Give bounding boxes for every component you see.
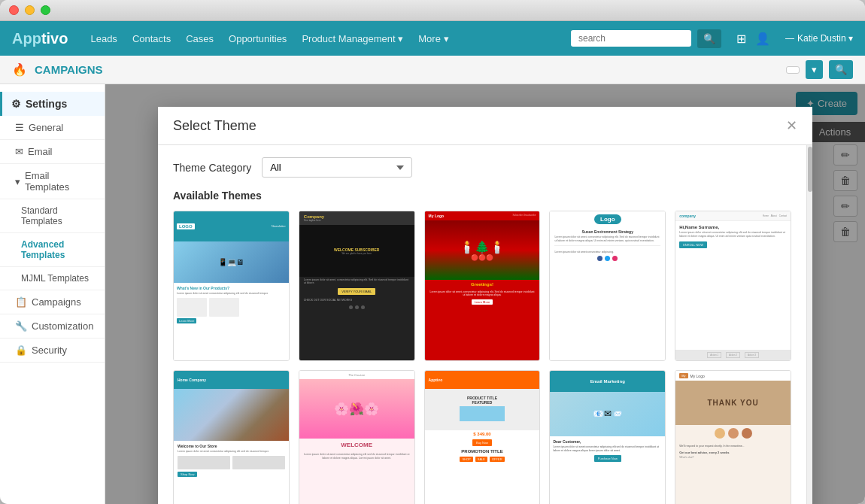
nav-opportunities[interactable]: Opportunities [229, 33, 287, 44]
theme-preview-1: LOGO Newsletter 📱💻🖥 What's New in Our Pr… [174, 211, 289, 360]
nav-cases[interactable]: Cases [186, 33, 214, 44]
theme-preview-10: My My Logo THANK YOU [675, 371, 791, 504]
close-button[interactable] [9, 5, 19, 15]
theme-preview-5: company Home About Contact [675, 211, 791, 360]
brand-logo: Apptivo [12, 30, 68, 47]
chevron-down-icon: ▾ [15, 176, 20, 187]
wrench-icon: 🔧 [15, 320, 27, 332]
nav-icons: ⊞ 👤 [736, 32, 770, 46]
campaigns-flame-icon: 🔥 [12, 62, 27, 77]
sidebar-item-mjml-templates[interactable]: MJML Templates [0, 267, 105, 290]
theme-card-4[interactable]: Logo Susan Environment Strategy Lorem ip… [549, 211, 666, 361]
theme-card-8[interactable]: Apptivo PRODUCT TITLEFEATURED [424, 370, 541, 504]
grid-icon[interactable]: ⊞ [736, 32, 746, 46]
search-button[interactable]: 🔍 [697, 29, 721, 48]
campaigns-dropdown[interactable] [786, 66, 800, 74]
nav-search-area: 🔍 [571, 29, 721, 48]
sidebar: ⚙ Settings ☰ General ✉ Email ▾ Email Tem… [0, 84, 105, 504]
modal-scrollbar-thumb[interactable] [808, 147, 812, 192]
theme-preview-9: Email Marketing 📧✉📨 Dear Customer, Lorem… [550, 371, 665, 504]
sidebar-item-campaigns[interactable]: 📋 Campaigns [0, 290, 105, 314]
theme-card-9[interactable]: Email Marketing 📧✉📨 Dear Customer, Lorem… [549, 370, 666, 504]
theme-preview-2: Company Your tagline here WELCOME SUBSCR… [299, 211, 414, 360]
theme-card-7[interactable]: The Couture 🌸🌺🌸 WELCOME Lorem ipsum dolo… [299, 370, 415, 504]
settings-section-title: ⚙ Settings [0, 92, 105, 116]
title-bar [0, 0, 865, 21]
main-layout: ⚙ Settings ☰ General ✉ Email ▾ Email Tem… [0, 84, 865, 504]
right-panel: ✦ Create Actions ✏ 🗑 ✏ 🗑 Select Theme ✕ [105, 84, 865, 504]
sidebar-item-customization[interactable]: 🔧 Customization [0, 314, 105, 339]
campaigns-search-button[interactable]: ▾ [806, 60, 823, 79]
user-icon[interactable]: 👤 [755, 32, 770, 46]
campaigns-icon: 📋 [15, 296, 27, 308]
theme-card-10[interactable]: My My Logo THANK YOU [675, 370, 791, 504]
list-icon: ☰ [15, 122, 24, 133]
nav-contacts[interactable]: Contacts [132, 33, 171, 44]
campaigns-bar-right: ▾ 🔍 [786, 60, 853, 79]
theme-preview-6: Home Company Welcome to Our Store Lorem … [174, 371, 289, 504]
themes-grid: LOGO Newsletter 📱💻🖥 What's New in Our Pr… [173, 211, 791, 504]
modal-close-button[interactable]: ✕ [786, 117, 797, 134]
theme-preview-7: The Couture 🌸🌺🌸 WELCOME Lorem ipsum dolo… [299, 371, 414, 504]
theme-card-6[interactable]: Home Company Welcome to Our Store Lorem … [173, 370, 290, 504]
minimize-button[interactable] [25, 5, 35, 15]
campaigns-filter-button[interactable]: 🔍 [829, 60, 853, 79]
modal-title: Select Theme [173, 118, 256, 134]
lock-icon: 🔒 [15, 345, 27, 356]
search-input[interactable] [571, 30, 691, 47]
sidebar-item-security[interactable]: 🔒 Security [0, 339, 105, 363]
theme-category-label: Theme Category [173, 162, 251, 174]
theme-preview-4: Logo Susan Environment Strategy Lorem ip… [550, 211, 665, 360]
sidebar-item-standard-templates[interactable]: Standard Templates [0, 199, 105, 233]
nav-more[interactable]: More ▾ [418, 33, 448, 44]
sidebar-item-email[interactable]: ✉ Email [0, 140, 105, 164]
theme-category-row: Theme Category All [173, 157, 791, 178]
modal-overlay[interactable]: Select Theme ✕ Theme Category All [105, 84, 865, 504]
theme-category-select[interactable]: All [262, 157, 412, 178]
campaigns-bar: 🔥 CAMPAIGNS ▾ 🔍 [0, 56, 865, 84]
nav-product-management[interactable]: Product Management ▾ [302, 33, 403, 44]
sidebar-item-general[interactable]: ☰ General [0, 116, 105, 140]
mac-window: Apptivo Leads Contacts Cases Opportuniti… [0, 0, 865, 504]
modal-content-area: Theme Category All Available Themes [158, 145, 812, 504]
nav-user[interactable]: — Katie Dustin ▾ [785, 33, 853, 44]
modal-scrollbar-track[interactable] [806, 145, 812, 504]
gear-icon: ⚙ [11, 98, 21, 110]
theme-preview-3: My Logo Subscribe Unsubscribe 🕯️🌲🕯️ 🔴🔴🔴 [425, 211, 540, 360]
modal-body: Theme Category All Available Themes [158, 145, 806, 504]
theme-card-3[interactable]: My Logo Subscribe Unsubscribe 🕯️🌲🕯️ 🔴🔴🔴 [424, 211, 541, 361]
theme-preview-8: Apptivo PRODUCT TITLEFEATURED [425, 371, 540, 504]
maximize-button[interactable] [41, 5, 50, 15]
sidebar-item-advanced-templates[interactable]: Advanced Templates [0, 233, 105, 267]
theme-card-1[interactable]: LOGO Newsletter 📱💻🖥 What's New in Our Pr… [173, 211, 290, 361]
email-icon: ✉ [15, 146, 23, 157]
sidebar-item-email-templates[interactable]: ▾ Email Templates [0, 164, 105, 199]
campaigns-title: CAMPAIGNS [35, 63, 103, 76]
modal-header: Select Theme ✕ [158, 107, 812, 145]
nav-leads[interactable]: Leads [90, 33, 117, 44]
navbar: Apptivo Leads Contacts Cases Opportuniti… [0, 21, 865, 56]
theme-card-5[interactable]: company Home About Contact [675, 211, 791, 361]
available-themes-label: Available Themes [173, 190, 791, 202]
theme-card-2[interactable]: Company Your tagline here WELCOME SUBSCR… [299, 211, 415, 361]
select-theme-modal: Select Theme ✕ Theme Category All [158, 107, 812, 504]
